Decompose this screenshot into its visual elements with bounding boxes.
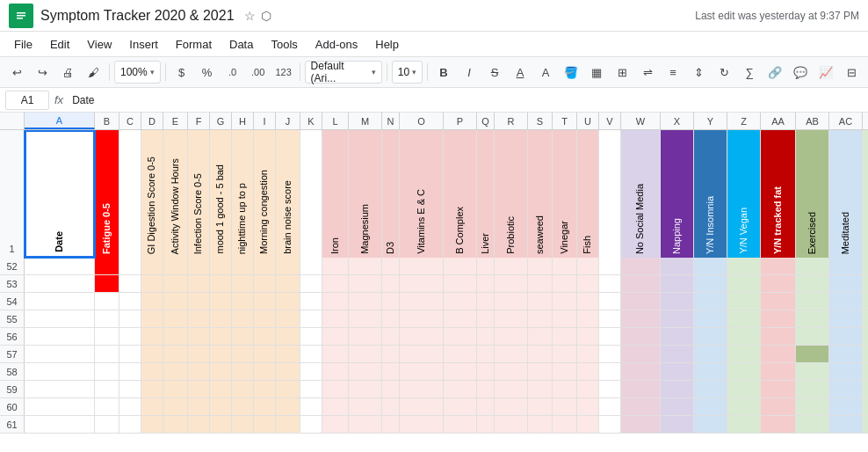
comment-button[interactable]: 💬: [789, 61, 812, 84]
table-cell[interactable]: [232, 416, 254, 433]
table-cell[interactable]: [553, 416, 577, 433]
table-cell[interactable]: [163, 293, 188, 310]
table-cell[interactable]: [25, 310, 95, 327]
table-cell[interactable]: [863, 258, 868, 274]
table-cell[interactable]: [528, 293, 553, 310]
menu-help[interactable]: Help: [368, 36, 406, 53]
table-cell[interactable]: [95, 293, 119, 310]
table-cell[interactable]: [495, 293, 528, 310]
table-cell[interactable]: [254, 416, 276, 433]
header-cell-vitamins[interactable]: Vitamins E & C: [400, 130, 444, 258]
col-header-l[interactable]: L: [322, 113, 349, 129]
valign-button[interactable]: ⇕: [687, 61, 710, 84]
table-cell[interactable]: [577, 328, 599, 345]
table-cell[interactable]: [382, 346, 400, 362]
table-cell[interactable]: [444, 416, 477, 433]
table-cell[interactable]: [163, 310, 188, 327]
table-cell[interactable]: [694, 310, 727, 327]
col-header-ad[interactable]: AD: [863, 113, 868, 129]
table-cell[interactable]: [141, 258, 163, 274]
table-cell[interactable]: [188, 293, 210, 310]
table-cell[interactable]: [599, 258, 621, 274]
row-num-1[interactable]: 1: [0, 130, 25, 258]
table-cell[interactable]: [300, 310, 322, 327]
table-cell[interactable]: [796, 275, 829, 292]
table-cell[interactable]: [300, 363, 322, 380]
header-cell-nighttime[interactable]: nighttime up to p: [232, 130, 254, 258]
table-cell[interactable]: [400, 416, 444, 433]
table-cell[interactable]: [477, 346, 495, 362]
table-cell[interactable]: [119, 275, 141, 292]
header-cell-vegan[interactable]: Y/N Vegan: [727, 130, 761, 258]
table-cell[interactable]: [276, 328, 300, 345]
row-num-57[interactable]: 57: [0, 346, 25, 362]
table-cell[interactable]: [444, 398, 477, 415]
table-cell[interactable]: [495, 363, 528, 380]
decimal-inc-button[interactable]: .00: [247, 61, 270, 84]
table-cell[interactable]: [577, 381, 599, 397]
table-cell[interactable]: [210, 416, 232, 433]
table-cell[interactable]: [444, 310, 477, 327]
table-cell[interactable]: [25, 381, 95, 397]
table-cell[interactable]: [163, 275, 188, 292]
table-cell[interactable]: [210, 293, 232, 310]
table-cell[interactable]: [382, 310, 400, 327]
table-cell[interactable]: [232, 275, 254, 292]
table-cell[interactable]: [300, 346, 322, 362]
table-cell[interactable]: [444, 293, 477, 310]
header-cell-magnesium[interactable]: Magnesium: [349, 130, 382, 258]
row-num-53[interactable]: 53: [0, 275, 25, 292]
table-cell[interactable]: [141, 328, 163, 345]
table-cell[interactable]: [400, 346, 444, 362]
table-cell[interactable]: [232, 293, 254, 310]
table-cell[interactable]: [599, 381, 621, 397]
table-cell[interactable]: [276, 416, 300, 433]
table-cell[interactable]: [232, 258, 254, 274]
table-cell[interactable]: [495, 258, 528, 274]
table-cell[interactable]: [796, 328, 829, 345]
table-cell[interactable]: [210, 310, 232, 327]
header-cell-meditated[interactable]: Meditated: [829, 130, 863, 258]
header-cell-exercised[interactable]: Exercised: [796, 130, 829, 258]
table-cell[interactable]: [254, 381, 276, 397]
table-cell[interactable]: [661, 416, 694, 433]
table-cell[interactable]: [495, 310, 528, 327]
table-cell[interactable]: [254, 258, 276, 274]
col-header-t[interactable]: T: [553, 113, 577, 129]
table-cell[interactable]: [322, 328, 349, 345]
header-cell-trackedfat[interactable]: Y/N tracked fat: [761, 130, 796, 258]
table-cell[interactable]: [796, 346, 829, 362]
table-cell[interactable]: [829, 363, 863, 380]
table-cell[interactable]: [727, 381, 761, 397]
table-cell[interactable]: [528, 275, 553, 292]
decimal-dec-button[interactable]: .0: [221, 61, 244, 84]
table-cell[interactable]: [188, 416, 210, 433]
table-cell[interactable]: [95, 275, 119, 292]
header-cell-fatigue[interactable]: Fatigue 0-5: [95, 130, 119, 258]
header-cell-liver[interactable]: Liver: [477, 130, 495, 258]
table-cell[interactable]: [553, 293, 577, 310]
table-cell[interactable]: [727, 310, 761, 327]
filter-button[interactable]: ⊟: [840, 61, 863, 84]
table-cell[interactable]: [444, 346, 477, 362]
undo-button[interactable]: ↩: [5, 61, 28, 84]
table-cell[interactable]: [232, 398, 254, 415]
col-header-b[interactable]: B: [95, 113, 119, 129]
table-cell[interactable]: [694, 398, 727, 415]
table-cell[interactable]: [577, 258, 599, 274]
table-cell[interactable]: [119, 416, 141, 433]
table-cell[interactable]: [276, 381, 300, 397]
table-cell[interactable]: [95, 258, 119, 274]
table-cell[interactable]: [322, 398, 349, 415]
table-cell[interactable]: [796, 310, 829, 327]
table-cell[interactable]: [577, 310, 599, 327]
table-cell[interactable]: [322, 416, 349, 433]
table-cell[interactable]: [141, 363, 163, 380]
italic-button[interactable]: I: [458, 61, 481, 84]
table-cell[interactable]: [553, 258, 577, 274]
redo-button[interactable]: ↪: [31, 61, 54, 84]
table-cell[interactable]: [25, 275, 95, 292]
table-cell[interactable]: [495, 328, 528, 345]
rotate-button[interactable]: ↻: [712, 61, 735, 84]
table-cell[interactable]: [163, 328, 188, 345]
